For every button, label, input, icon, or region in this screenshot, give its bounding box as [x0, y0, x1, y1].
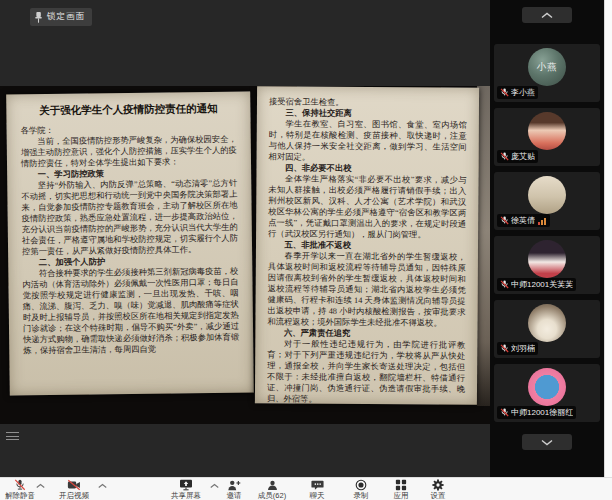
participant-name-chip: 庞艾贴 — [497, 150, 538, 163]
mic-options-chevron-icon[interactable] — [36, 483, 45, 489]
document-title: 关于强化学生个人疫情防控责任的通知 — [20, 102, 236, 119]
apps-icon — [395, 479, 407, 491]
participant-tile[interactable]: 中师12001关芙芙 — [494, 236, 600, 294]
chevron-down-icon — [541, 439, 553, 446]
shared-screen-stage: 锁定画面 关于强化学生个人疫情防控责任的通知 各学院： 当前，全国疫情防控形势严… — [0, 0, 490, 477]
settings-icon — [432, 479, 444, 491]
start-video-label: 开启视频 — [59, 491, 89, 500]
mic-muted-icon — [500, 216, 509, 225]
unmute-button[interactable]: 解除静音 — [0, 478, 42, 500]
mic-muted-icon — [500, 152, 509, 161]
settings-label: 设置 — [431, 491, 446, 500]
participants-rail: 小燕 李小燕 — [490, 0, 604, 477]
chat-label: 聊天 — [310, 491, 325, 500]
share-screen-button[interactable]: 共享屏幕 — [164, 478, 208, 500]
members-icon — [266, 479, 279, 491]
doc-paragraph: 符合接种要求的学生必须接种第三剂新冠病毒疫苗，校内活动（体育活动除外）必须佩戴一… — [22, 266, 239, 357]
record-label: 录制 — [354, 491, 369, 500]
avatar — [528, 368, 566, 406]
participant-name-chip: 刘羽楠 — [497, 342, 538, 355]
video-options-chevron-icon[interactable] — [98, 483, 107, 489]
avatar — [528, 240, 566, 278]
participant-name: 中师12001徐丽红 — [511, 407, 573, 418]
doc-paragraph: 当前，全国疫情防控形势严峻复杂，为确保校园安全，增强主动防控意识，强化个人防控措… — [21, 134, 237, 170]
share-screen-icon — [179, 479, 193, 491]
invite-icon — [227, 479, 241, 491]
participant-name: 李小燕 — [511, 87, 535, 98]
avatar — [528, 304, 566, 342]
mic-muted-icon — [14, 479, 26, 491]
members-button[interactable]: 成员(62) — [250, 478, 294, 500]
invite-label: 邀请 — [227, 491, 242, 500]
meeting-toolbar: 解除静音 开启视频 共享屏幕 — [0, 477, 612, 500]
participant-name-chip: 徐英倩 — [497, 214, 550, 227]
participant-name: 中师12001关芙芙 — [511, 279, 573, 290]
avatar — [528, 176, 566, 214]
shared-document-photo: 关于强化学生个人疫情防控责任的通知 各学院： 当前，全国疫情防控形势严峻复杂，为… — [0, 86, 490, 424]
avatar-text: 小燕 — [537, 61, 558, 74]
avatar: 小燕 — [528, 48, 566, 86]
camera-off-icon — [67, 479, 81, 491]
avatar — [528, 112, 566, 150]
participant-name-chip: 中师12001关芙芙 — [497, 278, 576, 291]
record-icon — [355, 479, 367, 491]
chat-button[interactable]: 聊天 — [295, 478, 339, 500]
weak-signal-icon — [537, 217, 547, 225]
participant-tile[interactable]: 庞艾贴 — [494, 108, 600, 166]
document-left-page: 关于强化学生个人疫情防控责任的通知 各学院： 当前，全国疫情防控形势严峻复杂，为… — [6, 92, 254, 396]
lock-view-label: 锁定画面 — [47, 11, 85, 23]
document-right-page: 接受宿舍卫生检查。 三、保持社交距离 学生在教室、自习室、图书馆、食堂、室内场馆… — [255, 86, 479, 405]
chevron-up-icon — [541, 12, 553, 19]
mic-muted-icon — [500, 280, 509, 289]
participant-name: 庞艾贴 — [511, 151, 535, 162]
participant-tile[interactable]: 刘羽楠 — [494, 300, 600, 358]
mic-muted-icon — [500, 88, 509, 97]
stage-menu-icon[interactable] — [6, 430, 19, 442]
participant-tile[interactable]: 中师12001徐丽红 — [494, 364, 600, 422]
start-video-button[interactable]: 开启视频 — [52, 478, 96, 500]
doc-paragraph: 对于一般性违纪违规行为，由学院进行批评教育；对于下列严重违规违纪行为，学校将从严… — [267, 338, 465, 405]
lock-view-badge[interactable]: 锁定画面 — [30, 8, 92, 26]
participant-name: 徐英倩 — [511, 215, 535, 226]
chat-icon — [311, 479, 324, 491]
participant-name-chip: 李小燕 — [497, 86, 538, 99]
participant-name: 刘羽楠 — [511, 343, 535, 354]
doc-paragraph: 全体学生严格落实“非必要不出校”要求，减少与未知人群接触，出校必须严格履行请销假… — [268, 173, 466, 240]
participant-name-chip: 中师12001徐丽红 — [497, 406, 576, 419]
participant-tile[interactable]: 徐英倩 — [494, 172, 600, 230]
window-right-edge — [604, 0, 612, 500]
rail-scroll-up-button[interactable] — [522, 7, 572, 23]
record-button[interactable]: 录制 — [339, 478, 383, 500]
unmute-label: 解除静音 — [5, 491, 35, 500]
settings-button[interactable]: 设置 — [416, 478, 460, 500]
doc-paragraph: 春季开学以来一直在湖北省外的学生暂缓返校，具体返校时间和返校流程等待辅导员通知，… — [267, 250, 466, 328]
pin-icon — [34, 11, 43, 24]
share-screen-label: 共享屏幕 — [171, 491, 201, 500]
mic-muted-icon — [500, 408, 509, 417]
members-label: 成员(62) — [258, 491, 286, 500]
meeting-window: 锁定画面 关于强化学生个人疫情防控责任的通知 各学院： 当前，全国疫情防控形势严… — [0, 0, 612, 500]
mic-muted-icon — [500, 344, 509, 353]
apps-label: 应用 — [394, 491, 409, 500]
participant-tiles: 小燕 李小燕 — [494, 44, 600, 422]
participant-tile[interactable]: 小燕 李小燕 — [494, 44, 600, 102]
photo-background-edge — [477, 86, 490, 406]
doc-paragraph: 学生在教室、自习室、图书馆、食堂、室内场馆时，特别是在核酸检测、疫苗接种、取快递… — [269, 118, 467, 163]
doc-paragraph: 坚持“外防输入、内防反弹”总策略、“动态清零”总方针不动摇，切实把思想和行动统一… — [21, 178, 238, 258]
rail-scroll-down-button[interactable] — [522, 434, 572, 450]
